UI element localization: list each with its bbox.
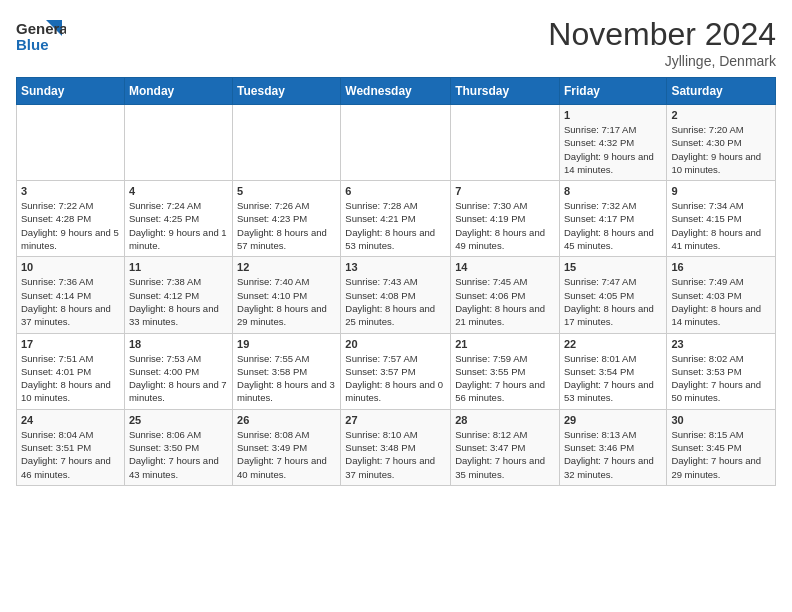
day-number: 12 <box>237 261 336 273</box>
day-number: 30 <box>671 414 771 426</box>
day-number: 22 <box>564 338 662 350</box>
calendar-cell: 2Sunrise: 7:20 AM Sunset: 4:30 PM Daylig… <box>667 105 776 181</box>
day-info: Sunrise: 8:08 AM Sunset: 3:49 PM Dayligh… <box>237 428 336 481</box>
col-header-tuesday: Tuesday <box>233 78 341 105</box>
day-info: Sunrise: 7:24 AM Sunset: 4:25 PM Dayligh… <box>129 199 228 252</box>
page-header: GeneralBlue November 2024 Jyllinge, Denm… <box>16 16 776 69</box>
day-info: Sunrise: 7:38 AM Sunset: 4:12 PM Dayligh… <box>129 275 228 328</box>
day-number: 7 <box>455 185 555 197</box>
day-number: 17 <box>21 338 120 350</box>
day-info: Sunrise: 7:17 AM Sunset: 4:32 PM Dayligh… <box>564 123 662 176</box>
calendar-cell: 17Sunrise: 7:51 AM Sunset: 4:01 PM Dayli… <box>17 333 125 409</box>
calendar-cell: 19Sunrise: 7:55 AM Sunset: 3:58 PM Dayli… <box>233 333 341 409</box>
month-title: November 2024 <box>548 16 776 53</box>
calendar-cell <box>124 105 232 181</box>
day-info: Sunrise: 7:36 AM Sunset: 4:14 PM Dayligh… <box>21 275 120 328</box>
day-number: 29 <box>564 414 662 426</box>
day-number: 21 <box>455 338 555 350</box>
calendar-cell <box>17 105 125 181</box>
day-number: 16 <box>671 261 771 273</box>
day-info: Sunrise: 7:59 AM Sunset: 3:55 PM Dayligh… <box>455 352 555 405</box>
day-number: 13 <box>345 261 446 273</box>
calendar-body: 1Sunrise: 7:17 AM Sunset: 4:32 PM Daylig… <box>17 105 776 486</box>
day-info: Sunrise: 7:34 AM Sunset: 4:15 PM Dayligh… <box>671 199 771 252</box>
day-info: Sunrise: 7:30 AM Sunset: 4:19 PM Dayligh… <box>455 199 555 252</box>
calendar-cell: 18Sunrise: 7:53 AM Sunset: 4:00 PM Dayli… <box>124 333 232 409</box>
calendar-cell: 15Sunrise: 7:47 AM Sunset: 4:05 PM Dayli… <box>559 257 666 333</box>
calendar-cell: 20Sunrise: 7:57 AM Sunset: 3:57 PM Dayli… <box>341 333 451 409</box>
day-number: 26 <box>237 414 336 426</box>
day-info: Sunrise: 7:40 AM Sunset: 4:10 PM Dayligh… <box>237 275 336 328</box>
calendar-cell: 21Sunrise: 7:59 AM Sunset: 3:55 PM Dayli… <box>451 333 560 409</box>
day-number: 28 <box>455 414 555 426</box>
day-number: 25 <box>129 414 228 426</box>
calendar-week-3: 10Sunrise: 7:36 AM Sunset: 4:14 PM Dayli… <box>17 257 776 333</box>
calendar-cell: 11Sunrise: 7:38 AM Sunset: 4:12 PM Dayli… <box>124 257 232 333</box>
day-info: Sunrise: 8:12 AM Sunset: 3:47 PM Dayligh… <box>455 428 555 481</box>
calendar-cell: 14Sunrise: 7:45 AM Sunset: 4:06 PM Dayli… <box>451 257 560 333</box>
title-block: November 2024 Jyllinge, Denmark <box>548 16 776 69</box>
day-info: Sunrise: 7:20 AM Sunset: 4:30 PM Dayligh… <box>671 123 771 176</box>
day-info: Sunrise: 7:26 AM Sunset: 4:23 PM Dayligh… <box>237 199 336 252</box>
day-info: Sunrise: 8:06 AM Sunset: 3:50 PM Dayligh… <box>129 428 228 481</box>
calendar-week-1: 1Sunrise: 7:17 AM Sunset: 4:32 PM Daylig… <box>17 105 776 181</box>
day-info: Sunrise: 7:49 AM Sunset: 4:03 PM Dayligh… <box>671 275 771 328</box>
day-number: 24 <box>21 414 120 426</box>
calendar-week-4: 17Sunrise: 7:51 AM Sunset: 4:01 PM Dayli… <box>17 333 776 409</box>
calendar-cell: 25Sunrise: 8:06 AM Sunset: 3:50 PM Dayli… <box>124 409 232 485</box>
calendar-cell: 26Sunrise: 8:08 AM Sunset: 3:49 PM Dayli… <box>233 409 341 485</box>
day-info: Sunrise: 7:57 AM Sunset: 3:57 PM Dayligh… <box>345 352 446 405</box>
day-number: 2 <box>671 109 771 121</box>
calendar-cell: 27Sunrise: 8:10 AM Sunset: 3:48 PM Dayli… <box>341 409 451 485</box>
calendar-cell <box>233 105 341 181</box>
calendar-week-2: 3Sunrise: 7:22 AM Sunset: 4:28 PM Daylig… <box>17 181 776 257</box>
calendar-cell <box>341 105 451 181</box>
logo: GeneralBlue <box>16 16 66 56</box>
day-number: 19 <box>237 338 336 350</box>
day-info: Sunrise: 8:15 AM Sunset: 3:45 PM Dayligh… <box>671 428 771 481</box>
col-header-sunday: Sunday <box>17 78 125 105</box>
calendar-cell: 4Sunrise: 7:24 AM Sunset: 4:25 PM Daylig… <box>124 181 232 257</box>
col-header-monday: Monday <box>124 78 232 105</box>
day-number: 8 <box>564 185 662 197</box>
calendar-cell: 5Sunrise: 7:26 AM Sunset: 4:23 PM Daylig… <box>233 181 341 257</box>
day-number: 15 <box>564 261 662 273</box>
day-info: Sunrise: 7:51 AM Sunset: 4:01 PM Dayligh… <box>21 352 120 405</box>
logo-svg: GeneralBlue <box>16 16 66 56</box>
calendar-cell: 7Sunrise: 7:30 AM Sunset: 4:19 PM Daylig… <box>451 181 560 257</box>
calendar-table: SundayMondayTuesdayWednesdayThursdayFrid… <box>16 77 776 486</box>
calendar-week-5: 24Sunrise: 8:04 AM Sunset: 3:51 PM Dayli… <box>17 409 776 485</box>
day-number: 23 <box>671 338 771 350</box>
day-number: 20 <box>345 338 446 350</box>
day-info: Sunrise: 7:47 AM Sunset: 4:05 PM Dayligh… <box>564 275 662 328</box>
day-number: 4 <box>129 185 228 197</box>
day-number: 11 <box>129 261 228 273</box>
svg-text:Blue: Blue <box>16 36 49 53</box>
day-number: 10 <box>21 261 120 273</box>
calendar-cell: 6Sunrise: 7:28 AM Sunset: 4:21 PM Daylig… <box>341 181 451 257</box>
day-number: 9 <box>671 185 771 197</box>
day-info: Sunrise: 8:10 AM Sunset: 3:48 PM Dayligh… <box>345 428 446 481</box>
day-number: 27 <box>345 414 446 426</box>
calendar-cell: 1Sunrise: 7:17 AM Sunset: 4:32 PM Daylig… <box>559 105 666 181</box>
calendar-cell: 9Sunrise: 7:34 AM Sunset: 4:15 PM Daylig… <box>667 181 776 257</box>
day-info: Sunrise: 7:28 AM Sunset: 4:21 PM Dayligh… <box>345 199 446 252</box>
calendar-header-row: SundayMondayTuesdayWednesdayThursdayFrid… <box>17 78 776 105</box>
day-info: Sunrise: 8:13 AM Sunset: 3:46 PM Dayligh… <box>564 428 662 481</box>
calendar-cell: 30Sunrise: 8:15 AM Sunset: 3:45 PM Dayli… <box>667 409 776 485</box>
calendar-cell: 3Sunrise: 7:22 AM Sunset: 4:28 PM Daylig… <box>17 181 125 257</box>
day-info: Sunrise: 7:45 AM Sunset: 4:06 PM Dayligh… <box>455 275 555 328</box>
col-header-wednesday: Wednesday <box>341 78 451 105</box>
calendar-cell: 13Sunrise: 7:43 AM Sunset: 4:08 PM Dayli… <box>341 257 451 333</box>
day-info: Sunrise: 8:04 AM Sunset: 3:51 PM Dayligh… <box>21 428 120 481</box>
calendar-cell: 24Sunrise: 8:04 AM Sunset: 3:51 PM Dayli… <box>17 409 125 485</box>
svg-text:General: General <box>16 20 66 37</box>
day-info: Sunrise: 8:01 AM Sunset: 3:54 PM Dayligh… <box>564 352 662 405</box>
day-number: 3 <box>21 185 120 197</box>
calendar-cell: 10Sunrise: 7:36 AM Sunset: 4:14 PM Dayli… <box>17 257 125 333</box>
calendar-cell: 28Sunrise: 8:12 AM Sunset: 3:47 PM Dayli… <box>451 409 560 485</box>
calendar-cell: 22Sunrise: 8:01 AM Sunset: 3:54 PM Dayli… <box>559 333 666 409</box>
day-number: 5 <box>237 185 336 197</box>
calendar-cell <box>451 105 560 181</box>
calendar-cell: 23Sunrise: 8:02 AM Sunset: 3:53 PM Dayli… <box>667 333 776 409</box>
